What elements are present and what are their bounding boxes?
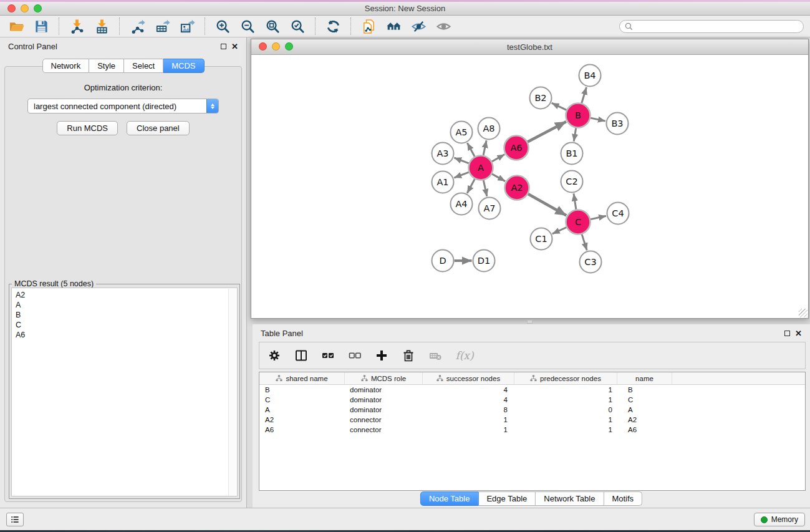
table-row[interactable]: Cdominator41C [259,395,805,405]
apply-layout-button[interactable] [323,17,343,36]
close-panel-button[interactable]: Close panel [127,121,190,135]
node-table[interactable]: shared nameMCDS rolesuccessor nodesprede… [259,372,806,491]
export-image-icon [180,19,195,34]
delete-column-icon [402,349,415,362]
panel-splitter-handle[interactable] [527,320,533,324]
zoom-selected-button[interactable] [287,17,307,36]
close-panel-icon[interactable]: ✕ [231,42,238,51]
result-item[interactable]: B [16,310,237,320]
table-cell: A6 [259,426,345,433]
tab-network-table[interactable]: Network Table [536,491,604,506]
search-input[interactable] [636,21,798,31]
open-session-button[interactable] [6,17,26,36]
edge-A-A1[interactable] [454,172,469,178]
edge-B-B3[interactable] [591,118,605,121]
edge-C-C2[interactable] [574,193,576,209]
table-row[interactable]: A6connector11A6 [259,425,805,435]
zoom-out-button[interactable] [238,17,258,36]
dropdown-stepper-icon [206,99,218,113]
tab-edge-table[interactable]: Edge Table [478,491,536,506]
column-header-shared-name[interactable]: shared name [259,372,345,384]
column-header-successor-nodes[interactable]: successor nodes [423,372,514,384]
float-table-panel-icon[interactable] [784,331,790,336]
tab-network[interactable]: Network [42,59,89,73]
table-cell: A2 [617,416,672,423]
zoom-in-button[interactable] [213,17,233,36]
tab-node-table[interactable]: Node Table [420,491,479,506]
table-row[interactable]: Adominator80A [259,405,805,415]
result-scrollbar[interactable] [228,289,236,495]
result-item[interactable]: A [16,300,237,310]
first-neighbors-button[interactable] [383,17,403,36]
add-column-button[interactable] [374,347,390,364]
mcds-result-list[interactable]: A2ABCA6 [11,288,238,496]
table-cell: 1 [514,396,617,404]
select-all-rows-button[interactable] [320,347,336,364]
hide-selected-button[interactable] [408,17,428,36]
export-network-button[interactable] [127,17,147,36]
edge-A2-C[interactable] [528,194,566,216]
edge-A-A5[interactable] [467,143,475,157]
table-cell: A6 [617,426,672,433]
delete-table-button [427,347,443,364]
float-panel-icon[interactable] [221,44,226,49]
window-resize-grip[interactable] [799,309,808,317]
function-builder-icon: f(x) [455,349,473,362]
table-row[interactable]: A2connector11A2 [259,415,805,425]
tab-style[interactable]: Style [89,59,124,73]
attribute-type-icon [530,375,537,382]
export-image-button[interactable] [177,17,197,36]
control-panel: Control Panel ✕ NetworkStyleSelectMCDS O… [0,37,247,508]
edge-B-B1[interactable] [574,128,576,142]
search-box[interactable] [619,20,804,33]
node-label-B2: B2 [534,93,546,103]
edge-A-A3[interactable] [454,158,469,163]
export-table-button[interactable] [152,17,172,36]
column-header-name[interactable]: name [617,372,672,384]
column-header-MCDS-role[interactable]: MCDS role [345,372,423,384]
edge-A-A2[interactable] [492,174,505,181]
node-label-A4: A4 [455,199,467,209]
edge-C-C3[interactable] [582,235,587,251]
show-all-button[interactable] [433,17,453,36]
criterion-dropdown[interactable]: largest connected component (directed) [27,99,219,114]
edge-B-B2[interactable] [552,103,567,110]
table-cell: A [617,406,672,414]
result-item[interactable]: A2 [16,290,237,300]
table-settings-button[interactable] [266,347,282,364]
tab-mcds[interactable]: MCDS [163,59,204,73]
edge-A-A6[interactable] [492,155,504,162]
zoom-fit-button[interactable] [263,17,282,36]
tab-motifs[interactable]: Motifs [604,491,642,506]
edge-B-B4[interactable] [582,87,587,104]
delete-column-button[interactable] [400,347,417,364]
edge-A-A8[interactable] [483,140,486,155]
network-window-titlebar[interactable]: testGlobe.txt [251,39,808,55]
import-network-button[interactable] [67,17,87,36]
edge-A6-B[interactable] [528,122,566,142]
memory-button[interactable]: Memory [754,513,805,526]
import-table-button[interactable] [92,17,112,36]
table-cell: 1 [514,426,617,433]
edge-A-A7[interactable] [483,180,487,196]
run-mcds-button[interactable]: Run MCDS [57,121,118,135]
task-history-button[interactable] [6,513,24,526]
add-column-icon [375,349,388,362]
network-canvas[interactable]: A5A8A3A1A4A7AA6A2B2B4B3B1BC2C4C3C1CDD1 [251,55,808,318]
first-neighbors-icon [386,19,402,34]
table-panel-title: Table Panel [261,329,303,338]
new-network-from-selection-button[interactable] [359,17,378,36]
save-session-button[interactable] [31,17,51,36]
result-item[interactable]: C [16,320,237,330]
edge-C-C1[interactable] [552,228,567,234]
table-row[interactable]: Bdominator41B [259,385,805,395]
result-item[interactable]: A6 [16,330,237,340]
edge-C-C4[interactable] [591,216,606,219]
edge-A-A4[interactable] [467,179,475,193]
close-table-panel-icon[interactable]: ✕ [795,329,802,337]
deselect-all-rows-button[interactable] [347,347,363,364]
column-label: shared name [286,375,327,382]
column-visibility-button[interactable] [293,347,309,364]
column-header-predecessor-nodes[interactable]: predecessor nodes [514,372,617,384]
tab-select[interactable]: Select [124,59,163,73]
